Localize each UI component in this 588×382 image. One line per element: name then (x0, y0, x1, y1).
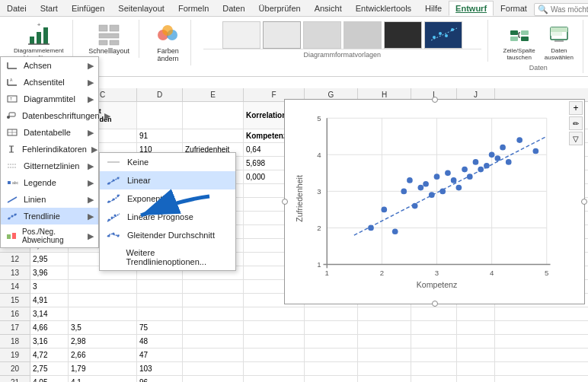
col-e: E (183, 88, 244, 101)
svg-point-107 (439, 189, 446, 195)
cell-b19[interactable]: 2,75 (30, 362, 69, 375)
menu-item-gitternetz[interactable]: Gitternetzlinien ▶ (1, 158, 98, 174)
submenu-item-exponentiell[interactable]: Exponentiell (100, 189, 235, 208)
cell-b20[interactable]: 4,05 (30, 376, 69, 382)
menu-item-datentabelle[interactable]: Datentabelle ▶ (1, 124, 98, 141)
menu-item-linien[interactable]: Linien ▶ (1, 191, 98, 208)
tab-ansicht[interactable]: Ansicht (308, 1, 349, 16)
svg-point-115 (484, 163, 490, 169)
cell-d19[interactable]: 103 (137, 362, 183, 375)
farben-button[interactable]: Farbenändern (152, 21, 183, 64)
svg-rect-7 (99, 33, 119, 38)
format-preview-3[interactable] (303, 21, 341, 49)
svg-text:A: A (10, 78, 13, 82)
cell-d17[interactable]: 48 (137, 335, 183, 348)
cell-b18[interactable]: 4,72 (30, 349, 69, 361)
cell-d16[interactable]: 75 (137, 321, 183, 334)
cell-b11[interactable]: 2,95 (30, 253, 69, 266)
context-menu: Achsen ▶ A Achsentitel ▶ T Diagrammtitel… (0, 56, 99, 248)
cell-c20[interactable]: 4,1 (69, 376, 137, 382)
svg-point-111 (462, 167, 468, 173)
format-preview-5[interactable] (384, 21, 422, 49)
format-preview-2[interactable] (263, 21, 301, 49)
tab-formeln[interactable]: Formeln (171, 1, 216, 16)
fehlerindikatoren-arrow: ▶ (91, 145, 97, 154)
cell-b16[interactable]: 4,66 (30, 321, 69, 334)
menu-item-trendlinie[interactable]: Trendlinie ▶ (1, 208, 98, 224)
menu-item-datenbeschrift[interactable]: Datenbeschriftungen ▶ (1, 107, 98, 124)
submenu-label-keine: Keine (127, 158, 149, 167)
svg-text:1: 1 (317, 260, 321, 269)
cell-e2[interactable] (183, 129, 244, 142)
tab-seitenlayout[interactable]: Seitenlayout (111, 1, 171, 16)
tab-ueberpruefen[interactable]: Überprüfen (252, 1, 308, 16)
datenbeschrift-icon (5, 110, 18, 121)
search-box[interactable]: 🔍 (534, 3, 588, 16)
daten-auswaehlen-label: Datenauswählen (545, 47, 574, 61)
svg-rect-24 (551, 27, 557, 32)
cell-b15[interactable]: 3,14 (30, 307, 69, 320)
cell-b17[interactable]: 3,16 (30, 335, 69, 348)
tab-einfuegen[interactable]: Einfügen (65, 1, 111, 16)
cell-d1[interactable] (137, 102, 183, 129)
svg-text:3: 3 (435, 269, 439, 277)
format-preview-6[interactable] (424, 21, 462, 49)
cell-e1[interactable] (183, 102, 244, 129)
menu-label-datentabelle: Datentabelle (24, 128, 71, 137)
submenu-item-keine[interactable]: Keine (100, 153, 235, 171)
submenu-item-lineare-prognose[interactable]: Lineare Prognose (100, 208, 235, 226)
tab-datei[interactable]: Datei (0, 1, 34, 16)
svg-text:+: + (37, 23, 40, 28)
cell-d2[interactable]: 91 (137, 129, 183, 142)
submenu-item-linear[interactable]: Linear (100, 171, 235, 189)
trendlinie-icon (5, 211, 19, 221)
svg-text:Zufriedenheit: Zufriedenheit (295, 175, 304, 222)
cell-c16[interactable]: 3,5 (69, 321, 137, 334)
cell-d20[interactable]: 96 (137, 376, 183, 382)
tab-entwurf[interactable]: Entwurf (449, 1, 494, 16)
menu-item-posneg[interactable]: Pos./Neg. Abweichung ▶ (1, 224, 98, 247)
menu-item-achsen[interactable]: Achsen ▶ (1, 57, 98, 74)
chart-add-button[interactable]: + (569, 101, 583, 115)
table-row: 4,054,196 (30, 376, 588, 382)
menu-label-fehlerindikatoren: Fehlerindikatoren (22, 145, 87, 154)
tab-entwicklertools[interactable]: Entwicklertools (349, 1, 418, 16)
cell-b13[interactable]: 3 (30, 280, 69, 293)
cell-c18[interactable]: 2,66 (69, 349, 137, 361)
posneg-arrow: ▶ (88, 231, 94, 241)
schnelllayout-button[interactable]: Schnelllayout (85, 21, 133, 56)
cell-d18[interactable]: 47 (137, 349, 183, 361)
row-header-21: 21 (0, 376, 30, 382)
cell-b12[interactable]: 3,96 (30, 266, 69, 279)
chart-container[interactable]: + ✏ ▽ Zufriedenheit (284, 99, 585, 304)
zeile-spalte-button[interactable]: Zeile/Spaltetauschen (500, 21, 538, 62)
svg-point-15 (439, 32, 442, 35)
tab-format[interactable]: Format (494, 1, 534, 16)
format-preview-4[interactable] (344, 21, 382, 49)
svg-point-120 (516, 137, 522, 143)
tab-daten[interactable]: Daten (216, 1, 251, 16)
svg-point-102 (412, 203, 418, 209)
search-input[interactable] (551, 5, 588, 14)
svg-rect-37 (9, 113, 15, 116)
cell-b14[interactable]: 4,91 (30, 294, 69, 307)
submenu-item-weitere[interactable]: Weitere Trendlinienoptionen... (100, 244, 235, 270)
achsentitel-arrow: ▶ (88, 78, 94, 88)
svg-text:2: 2 (317, 224, 321, 232)
cell-c19[interactable]: 1,79 (69, 362, 137, 375)
submenu-item-gleitend[interactable]: Gleitender Durchschnitt (100, 226, 235, 244)
ribbon-group-daten: Zeile/Spaltetauschen (494, 20, 584, 73)
cell-c17[interactable]: 2,98 (69, 335, 137, 348)
menu-item-diagrammtitel[interactable]: T Diagrammtitel ▶ (1, 91, 98, 107)
svg-rect-55 (12, 233, 16, 239)
menu-item-fehlerindikatoren[interactable]: Fehlerindikatoren ▶ (1, 141, 98, 158)
daten-auswaehlen-button[interactable]: Datenauswählen (542, 21, 577, 62)
chart-brush-button[interactable]: ✏ (569, 116, 583, 130)
tab-hilfe[interactable]: Hilfe (418, 1, 449, 16)
chart-filter-button[interactable]: ▽ (569, 132, 583, 145)
format-preview-1[interactable] (222, 21, 260, 49)
achsen-arrow: ▶ (88, 61, 94, 71)
menu-item-achsentitel[interactable]: A Achsentitel ▶ (1, 74, 98, 91)
menu-item-legende[interactable]: abc Legende ▶ (1, 174, 98, 191)
tab-start[interactable]: Start (34, 1, 65, 16)
